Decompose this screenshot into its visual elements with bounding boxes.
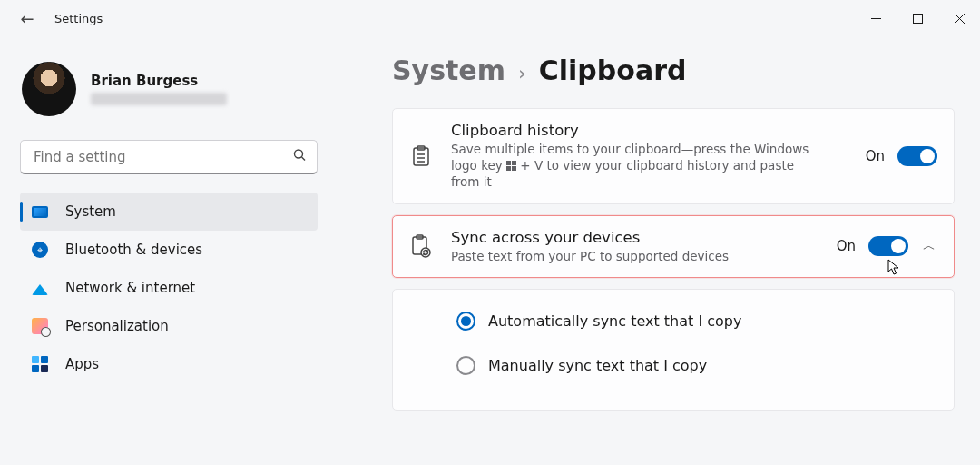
card-title: Sync across your devices bbox=[451, 229, 818, 246]
card-sync-devices: Sync across your devices Paste text from… bbox=[392, 215, 955, 278]
nav-list: System ⌖ Bluetooth & devices Network & i… bbox=[20, 193, 318, 383]
clipboard-sync-icon bbox=[409, 234, 433, 258]
sidebar-item-label: Personalization bbox=[65, 318, 169, 334]
radio-indicator bbox=[456, 356, 475, 375]
radio-manual-sync[interactable]: Manually sync text that I copy bbox=[456, 356, 937, 375]
sync-devices-toggle[interactable] bbox=[868, 236, 908, 256]
sidebar-item-label: Network & internet bbox=[65, 280, 195, 296]
bluetooth-icon: ⌖ bbox=[31, 241, 49, 259]
personalization-icon bbox=[31, 317, 49, 335]
minimize-icon bbox=[871, 14, 881, 24]
card-title: Clipboard history bbox=[451, 122, 848, 139]
user-email-blurred bbox=[91, 93, 227, 105]
sidebar-item-network[interactable]: Network & internet bbox=[20, 269, 318, 307]
radio-indicator-checked bbox=[456, 312, 475, 331]
sidebar-item-label: Bluetooth & devices bbox=[65, 242, 202, 258]
maximize-button[interactable] bbox=[897, 0, 938, 36]
svg-rect-1 bbox=[913, 14, 922, 23]
sidebar-item-personalization[interactable]: Personalization bbox=[20, 307, 318, 345]
titlebar: ← Settings bbox=[0, 0, 980, 36]
sidebar-item-system[interactable]: System bbox=[20, 193, 318, 231]
minimize-button[interactable] bbox=[855, 0, 897, 36]
radio-label: Automatically sync text that I copy bbox=[488, 312, 741, 330]
user-name: Brian Burgess bbox=[91, 73, 227, 89]
svg-rect-6 bbox=[414, 148, 428, 165]
clipboard-history-toggle[interactable] bbox=[897, 146, 937, 166]
system-icon bbox=[31, 203, 49, 221]
chevron-right-icon: › bbox=[518, 62, 526, 84]
radio-auto-sync[interactable]: Automatically sync text that I copy bbox=[456, 312, 937, 331]
card-description: Paste text from your PC to supported dev… bbox=[451, 248, 814, 264]
breadcrumb-parent[interactable]: System bbox=[392, 54, 505, 86]
network-icon bbox=[31, 279, 49, 297]
profile-block[interactable]: Brian Burgess bbox=[22, 62, 318, 116]
main-content: System › Clipboard Clipboard history Sav… bbox=[338, 36, 980, 465]
toggle-state-label: On bbox=[866, 148, 885, 164]
avatar bbox=[22, 62, 76, 116]
sidebar-item-apps[interactable]: Apps bbox=[20, 345, 318, 383]
sync-options-panel: Automatically sync text that I copy Manu… bbox=[392, 289, 955, 411]
close-button[interactable] bbox=[938, 0, 980, 36]
search-wrap bbox=[20, 140, 318, 174]
radio-label: Manually sync text that I copy bbox=[488, 357, 707, 374]
apps-icon bbox=[31, 355, 49, 373]
page-title: Clipboard bbox=[539, 54, 687, 86]
svg-point-4 bbox=[295, 150, 303, 158]
search-input[interactable] bbox=[20, 140, 318, 174]
windows-key-icon bbox=[506, 161, 516, 171]
search-icon bbox=[293, 149, 307, 166]
card-description: Save multiple items to your clipboard—pr… bbox=[451, 141, 814, 191]
sidebar-item-label: System bbox=[65, 203, 116, 220]
maximize-icon bbox=[913, 14, 923, 24]
back-button[interactable]: ← bbox=[16, 9, 38, 28]
sidebar-item-label: Apps bbox=[65, 356, 99, 372]
toggle-state-label: On bbox=[837, 238, 856, 254]
card-clipboard-history: Clipboard history Save multiple items to… bbox=[392, 108, 955, 204]
sidebar-item-bluetooth[interactable]: ⌖ Bluetooth & devices bbox=[20, 231, 318, 269]
svg-line-5 bbox=[302, 157, 306, 161]
window-title: Settings bbox=[54, 12, 103, 25]
clipboard-icon bbox=[409, 145, 433, 167]
breadcrumb: System › Clipboard bbox=[392, 54, 955, 86]
chevron-up-icon[interactable]: ︿ bbox=[921, 238, 937, 254]
sidebar: Brian Burgess System ⌖ Bluetooth & devic… bbox=[0, 36, 338, 465]
close-icon bbox=[955, 14, 965, 24]
svg-point-13 bbox=[421, 248, 430, 257]
